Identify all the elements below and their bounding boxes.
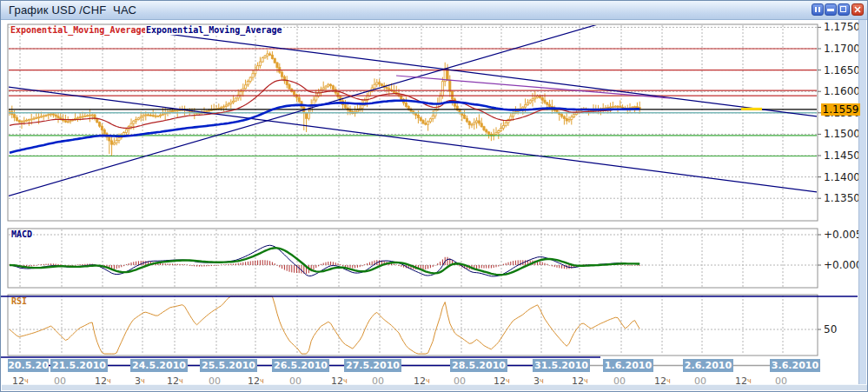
price-tick-label: 1.1600 xyxy=(824,85,860,97)
price-tick-label: 1.1750 xyxy=(824,21,860,33)
date-label: 27.5.2010 xyxy=(344,359,401,372)
price-tick-label: 1.1450 xyxy=(824,149,860,162)
date-label: 3.6.2010 xyxy=(770,359,820,372)
pause-button[interactable] xyxy=(812,3,824,16)
window-right-border xyxy=(858,20,866,386)
title-bar[interactable]: График USD /CHF ЧАС xyxy=(1,1,868,20)
price-tick-label: 1.1350 xyxy=(824,192,860,204)
rsi-tick-label: 50 xyxy=(824,323,837,336)
pause-icon xyxy=(815,7,817,12)
window-bottom-border xyxy=(2,384,868,390)
date-label: 20.5.20 xyxy=(8,359,49,372)
minimize-icon xyxy=(827,9,834,11)
current-price-flag: 1.1559 xyxy=(821,103,860,116)
macd-panel xyxy=(8,229,818,288)
chart-canvas[interactable] xyxy=(1,1,868,392)
macd-tick-label: +0.000 xyxy=(824,259,862,271)
ema-label-1: Exponential_Moving_Average xyxy=(10,25,148,35)
date-label: 1.6.2010 xyxy=(603,359,653,372)
price-tick-label: 1.1400 xyxy=(824,171,860,183)
maximize-button[interactable] xyxy=(838,3,850,16)
price-tick-label: 1.1650 xyxy=(824,64,860,76)
date-label: 26.5.2010 xyxy=(272,359,329,372)
date-label: 25.5.2010 xyxy=(200,359,257,372)
close-icon xyxy=(852,4,863,15)
close-button[interactable] xyxy=(851,3,864,16)
minimize-button[interactable] xyxy=(825,3,837,16)
pause-icon xyxy=(818,7,820,12)
chart-window: График USD /CHF ЧАС Exponential_Moving_A… xyxy=(0,0,868,392)
window-title: График USD /CHF ЧАС xyxy=(9,3,136,17)
date-label: 2.6.2010 xyxy=(683,359,733,372)
macd-tick-label: +0.005 xyxy=(824,229,862,241)
price-tick-label: 1.1500 xyxy=(824,128,860,140)
macd-label: MACD xyxy=(11,229,32,239)
main-chart-panel xyxy=(8,24,818,221)
axis-ticks xyxy=(818,27,821,329)
price-tick-label: 1.1700 xyxy=(824,43,860,55)
panel-divider[interactable] xyxy=(8,289,818,294)
date-label: 31.5.2010 xyxy=(533,359,590,372)
date-label: 28.5.2010 xyxy=(450,359,507,372)
maximize-icon xyxy=(840,6,846,12)
rsi-label: RSI xyxy=(11,296,27,306)
panel-divider[interactable] xyxy=(8,222,818,228)
date-label: 21.5.2010 xyxy=(50,359,108,372)
date-label: 24.5.2010 xyxy=(130,359,188,372)
ema-label-2: Exponential_Moving_Average xyxy=(145,25,283,35)
